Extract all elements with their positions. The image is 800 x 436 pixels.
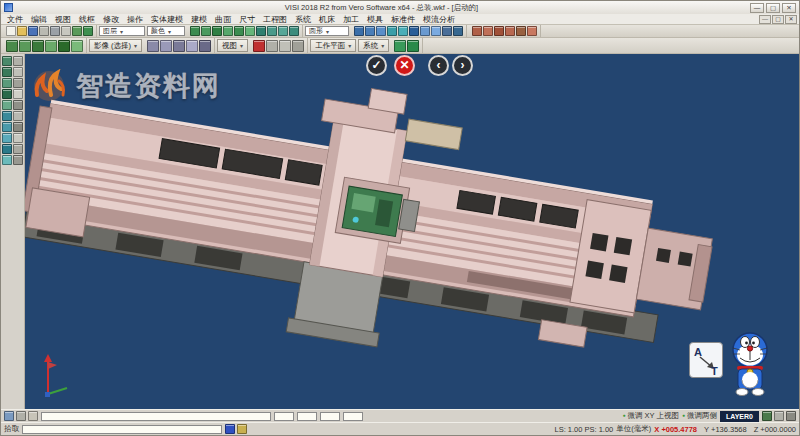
light-tool-icon[interactable] xyxy=(13,133,23,143)
coord-mode-icon[interactable] xyxy=(225,424,235,434)
sweep-icon[interactable] xyxy=(376,26,386,36)
render-icon[interactable] xyxy=(527,26,537,36)
arc-icon[interactable] xyxy=(212,26,222,36)
system-button[interactable]: 系统 xyxy=(358,39,389,52)
close-button[interactable]: ✕ xyxy=(782,3,796,13)
record-icon[interactable] xyxy=(253,40,265,52)
menu-item[interactable]: 模具 xyxy=(363,14,387,25)
measure-icon[interactable] xyxy=(472,26,482,36)
mirror-tool-icon[interactable] xyxy=(2,111,12,121)
layer-badge[interactable]: LAYER0 xyxy=(720,411,759,422)
workplane-status[interactable]: 微调 XY 上视图 xyxy=(622,411,679,421)
menu-item[interactable]: 工程图 xyxy=(259,14,291,25)
layer-select[interactable]: 图层 xyxy=(99,26,145,36)
select-face-icon[interactable] xyxy=(45,40,57,52)
menu-item[interactable]: 标准件 xyxy=(387,14,419,25)
menu-item[interactable]: 模流分析 xyxy=(419,14,459,25)
snap-toggle-icon[interactable] xyxy=(16,411,26,421)
grid-icon[interactable] xyxy=(279,40,291,52)
field-x[interactable] xyxy=(274,412,294,421)
view-sides-status[interactable]: 微调两侧 xyxy=(682,411,717,421)
snap-mode-icon[interactable] xyxy=(237,424,247,434)
menu-item[interactable]: 建模 xyxy=(187,14,211,25)
print-icon[interactable] xyxy=(39,26,49,36)
rectangle-icon[interactable] xyxy=(234,26,244,36)
machine-model[interactable] xyxy=(25,54,799,409)
refresh-icon[interactable] xyxy=(786,411,796,421)
solid-tool-icon[interactable] xyxy=(13,89,23,99)
select-chain-icon[interactable] xyxy=(32,40,44,52)
menu-item[interactable]: 视图 xyxy=(51,14,75,25)
menu-item[interactable]: 曲面 xyxy=(211,14,235,25)
menu-item[interactable]: 线框 xyxy=(75,14,99,25)
point-icon[interactable] xyxy=(190,26,200,36)
cancel-button[interactable]: ✕ xyxy=(394,55,415,76)
pan-icon[interactable] xyxy=(173,40,185,52)
next-button[interactable]: › xyxy=(452,55,473,76)
menu-item[interactable]: 系统 xyxy=(291,14,315,25)
redo-icon[interactable] xyxy=(83,26,93,36)
dimension-icon[interactable] xyxy=(483,26,493,36)
surface-tool-icon[interactable] xyxy=(2,89,12,99)
extend-icon[interactable] xyxy=(289,26,299,36)
menu-item[interactable]: 编辑 xyxy=(27,14,51,25)
open-icon[interactable] xyxy=(17,26,27,36)
select-icon[interactable] xyxy=(6,40,18,52)
workplane-indicator-icon[interactable] xyxy=(762,411,772,421)
fillet-icon[interactable] xyxy=(398,26,408,36)
layer-tool-icon[interactable] xyxy=(13,122,23,132)
grid-toggle-icon[interactable] xyxy=(28,411,38,421)
menu-item[interactable]: 尺寸 xyxy=(235,14,259,25)
shell-icon[interactable] xyxy=(420,26,430,36)
calculator-icon[interactable] xyxy=(394,40,406,52)
rotate-view-icon[interactable] xyxy=(186,40,198,52)
maximize-button[interactable]: ▢ xyxy=(766,3,780,13)
field-angle[interactable] xyxy=(343,412,363,421)
command-input[interactable] xyxy=(41,412,271,421)
color-select[interactable]: 颜色 xyxy=(147,26,185,36)
menu-item[interactable]: 实体建模 xyxy=(147,14,187,25)
menu-item[interactable]: 修改 xyxy=(99,14,123,25)
cut-icon[interactable] xyxy=(50,26,60,36)
select-all-icon[interactable] xyxy=(71,40,83,52)
feature-tool-icon[interactable] xyxy=(2,100,12,110)
axes-icon[interactable] xyxy=(292,40,304,52)
polyline-icon[interactable] xyxy=(245,26,255,36)
select-filter-icon[interactable] xyxy=(2,56,12,66)
circle-tool-icon[interactable] xyxy=(2,78,12,88)
confirm-button[interactable]: ✓ xyxy=(366,55,387,76)
workplane-button[interactable]: 工作平面 xyxy=(310,39,356,52)
zoom-fit-icon[interactable] xyxy=(147,40,159,52)
save-icon[interactable] xyxy=(28,26,38,36)
circle-icon[interactable] xyxy=(223,26,233,36)
field-z[interactable] xyxy=(320,412,340,421)
viewport-3d[interactable]: 智造资料网 ✓ ✕ ‹ › A T xyxy=(25,54,799,409)
analyze-icon[interactable] xyxy=(516,26,526,36)
view-lock-icon[interactable] xyxy=(774,411,784,421)
prev-button[interactable]: ‹ xyxy=(428,55,449,76)
line-tool-icon[interactable] xyxy=(2,67,12,77)
stitch-icon[interactable] xyxy=(453,26,463,36)
spline-icon[interactable] xyxy=(256,26,266,36)
select-body-icon[interactable] xyxy=(58,40,70,52)
loft-icon[interactable] xyxy=(387,26,397,36)
undo-icon[interactable] xyxy=(72,26,82,36)
section-icon[interactable] xyxy=(505,26,515,36)
camera-tool-icon[interactable] xyxy=(2,144,12,154)
doc-restore-button[interactable]: ▢ xyxy=(772,15,784,24)
annotate-icon[interactable] xyxy=(494,26,504,36)
view-button[interactable]: 视图 xyxy=(217,39,248,52)
doc-minimize-button[interactable]: — xyxy=(759,15,771,24)
arc-tool-icon[interactable] xyxy=(13,67,23,77)
revolve-icon[interactable] xyxy=(365,26,375,36)
snapshot-icon[interactable] xyxy=(266,40,278,52)
curve-tool-icon[interactable] xyxy=(13,78,23,88)
measure-tool-icon[interactable] xyxy=(2,122,12,132)
field-y[interactable] xyxy=(297,412,317,421)
menu-item[interactable]: 操作 xyxy=(123,14,147,25)
options-icon[interactable] xyxy=(407,40,419,52)
doc-close-button[interactable]: ✕ xyxy=(785,15,797,24)
boolean-icon[interactable] xyxy=(431,26,441,36)
filter-icon[interactable] xyxy=(4,411,14,421)
copy-icon[interactable] xyxy=(61,26,71,36)
